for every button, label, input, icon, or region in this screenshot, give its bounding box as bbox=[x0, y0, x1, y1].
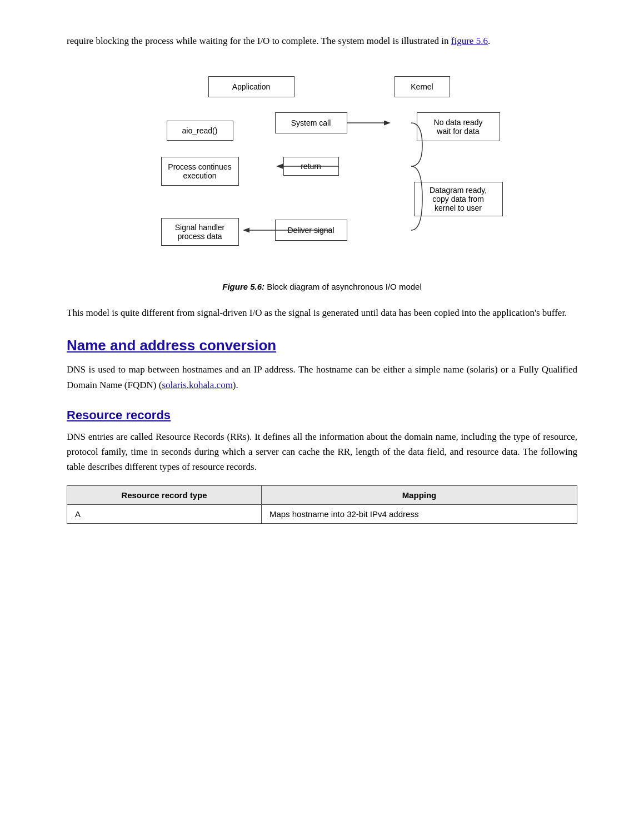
table-body: AMaps hostname into 32-bit IPv4 address bbox=[67, 505, 577, 524]
table-header-row: Resource record type Mapping bbox=[67, 486, 577, 505]
name-address-text-before: DNS is used to map between hostnames and… bbox=[67, 364, 577, 390]
table-row: AMaps hostname into 32-bit IPv4 address bbox=[67, 505, 577, 524]
name-address-heading[interactable]: Name and address conversion bbox=[67, 337, 577, 354]
resource-records-paragraph: DNS entries are called Resource Records … bbox=[67, 429, 577, 475]
figure-label: Figure 5.6: bbox=[222, 282, 267, 291]
system-call-box: System call bbox=[275, 112, 347, 133]
figure-caption: Figure 5.6: Block diagram of asynchronou… bbox=[67, 282, 577, 291]
table-cell: A bbox=[67, 505, 262, 524]
col-header-mapping: Mapping bbox=[261, 486, 577, 505]
kernel-label: Kernel bbox=[411, 82, 433, 91]
datagram-ready-box: Datagram ready, copy data from kernel to… bbox=[414, 182, 503, 216]
intro-text-before: require blocking the process while waiti… bbox=[67, 36, 451, 46]
aio-read-box: aio_read() bbox=[167, 121, 233, 141]
table-cell: Maps hostname into 32-bit IPv4 address bbox=[261, 505, 577, 524]
name-address-paragraph: DNS is used to map between hostnames and… bbox=[67, 362, 577, 392]
kernel-box: Kernel bbox=[395, 76, 450, 97]
name-address-text-after: ). bbox=[233, 380, 238, 390]
intro-text-after: . bbox=[488, 36, 490, 46]
process-continues-box: Process continues execution bbox=[161, 157, 239, 186]
intro-paragraph: require blocking the process while waiti… bbox=[67, 33, 577, 48]
application-box: Application bbox=[208, 76, 294, 97]
no-data-box: No data ready wait for data bbox=[417, 112, 500, 141]
diagram-container: Application Kernel aio_read() Process co… bbox=[67, 65, 577, 276]
col-header-type: Resource record type bbox=[67, 486, 262, 505]
async-io-diagram: Application Kernel aio_read() Process co… bbox=[133, 65, 511, 276]
kohala-link[interactable]: solaris.kohala.com bbox=[162, 380, 232, 390]
signal-handler-box: Signal handler process data bbox=[161, 218, 239, 246]
resource-records-heading[interactable]: Resource records bbox=[67, 408, 577, 423]
figure-link[interactable]: figure 5.6 bbox=[451, 36, 488, 46]
deliver-signal-box: Deliver signal bbox=[275, 220, 347, 241]
resource-records-table: Resource record type Mapping AMaps hostn… bbox=[67, 485, 577, 524]
model-description: This model is quite different from signa… bbox=[67, 305, 577, 320]
return-box: return bbox=[283, 157, 339, 176]
